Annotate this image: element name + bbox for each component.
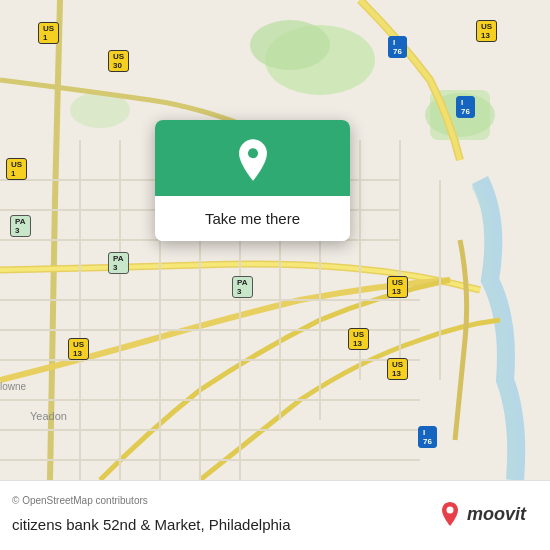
svg-point-2: [250, 20, 330, 70]
svg-point-28: [446, 507, 453, 514]
badge-i76-right: I76: [456, 96, 475, 118]
badge-us1-top: US1: [38, 22, 59, 44]
badge-i76-top: I76: [388, 36, 407, 58]
moovit-icon: [436, 500, 464, 528]
location-title: citizens bank 52nd & Market, Philadelphi…: [12, 516, 291, 533]
badge-us13-left: US13: [68, 338, 89, 360]
badge-us13-top: US13: [476, 20, 497, 42]
badge-us13-bot1: US13: [348, 328, 369, 350]
svg-text:lowne: lowne: [0, 381, 27, 392]
badge-pa3-left: PA3: [10, 215, 31, 237]
badge-pa3-mid: PA3: [108, 252, 129, 274]
location-pin-icon: [231, 138, 275, 182]
svg-text:Yeadon: Yeadon: [30, 410, 67, 422]
badge-i76-bot: I76: [418, 426, 437, 448]
take-me-there-button[interactable]: Take me there: [155, 196, 350, 241]
moovit-logo: moovit: [436, 500, 526, 528]
badge-us13-right: US13: [387, 358, 408, 380]
bottom-bar: © OpenStreetMap contributors citizens ba…: [0, 480, 550, 550]
badge-pa3-right: PA3: [232, 276, 253, 298]
moovit-text: moovit: [467, 504, 526, 525]
map-container: Yeadon lowne US1 US30 US1 PA3 PA3 PA3 I7…: [0, 0, 550, 480]
popup-card: Take me there: [155, 120, 350, 241]
svg-point-27: [247, 148, 257, 158]
badge-us1-mid: US1: [6, 158, 27, 180]
popup-green-area: [155, 120, 350, 196]
badge-us30: US30: [108, 50, 129, 72]
badge-us13-mid-right: US13: [387, 276, 408, 298]
